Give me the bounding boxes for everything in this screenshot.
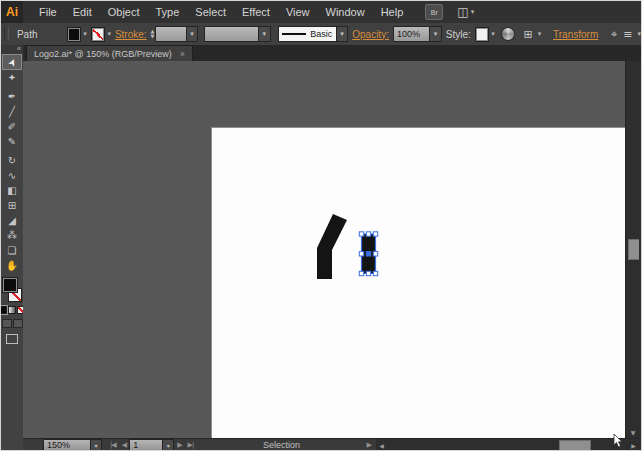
- fill-dropdown-icon[interactable]: ▾: [83, 30, 87, 38]
- menu-window[interactable]: Window: [318, 1, 373, 23]
- chevron-down-icon: ▾: [167, 442, 170, 449]
- isolate-object-icon[interactable]: ⌖: [611, 28, 617, 41]
- pen-icon: ✒: [8, 91, 16, 102]
- color-button[interactable]: [0, 306, 7, 314]
- symbol-sprayer-tool[interactable]: ⁂: [2, 228, 22, 243]
- eyedropper-tool[interactable]: ◢: [2, 213, 22, 228]
- status-bar: 150% ▾ |◀ ◀ 1 ▾ ▶ ▶| Selection ▶: [23, 438, 376, 451]
- width-tool[interactable]: ∿: [2, 168, 22, 183]
- chevron-down-icon: ▾: [262, 30, 266, 38]
- horizontal-scrollbar[interactable]: ◀ ▶: [376, 438, 639, 451]
- control-bar: Path ▾ ▾ Stroke: ▲ ▼ ▾ ▾ Basic ▾ Opacity…: [1, 23, 641, 46]
- zoom-level-field[interactable]: 150%: [43, 439, 91, 451]
- menu-file[interactable]: File: [31, 1, 65, 23]
- current-tool-status: Selection: [196, 440, 366, 450]
- artboard[interactable]: [211, 127, 625, 438]
- pencil-tool[interactable]: ✎: [2, 134, 22, 149]
- style-dropdown-icon[interactable]: ▾: [491, 30, 495, 38]
- rotate-icon: ↻: [8, 155, 16, 166]
- scroll-right-icon[interactable]: ▶: [628, 442, 639, 449]
- recolor-artwork-icon[interactable]: [501, 27, 515, 41]
- rotate-tool[interactable]: ↻: [2, 153, 22, 168]
- stroke-dropdown-icon[interactable]: ▾: [107, 30, 111, 38]
- brush-definition-field[interactable]: Basic: [278, 26, 336, 42]
- workspace-icon: ◫: [457, 5, 468, 19]
- arrange-icon[interactable]: ≡: [623, 28, 632, 41]
- opacity-panel-link[interactable]: Opacity:: [352, 29, 389, 40]
- shape-builder-tool[interactable]: ◧: [2, 183, 22, 198]
- bridge-icon[interactable]: Br: [425, 4, 443, 20]
- opacity-field[interactable]: 100%: [393, 26, 430, 42]
- menu-select[interactable]: Select: [187, 1, 234, 23]
- fill-black-swatch[interactable]: [3, 278, 17, 292]
- style-swatch[interactable]: [475, 27, 490, 42]
- canvas-area[interactable]: [23, 61, 625, 438]
- select-similar-icon[interactable]: ⊞: [524, 28, 533, 41]
- magic-wand-tool[interactable]: ✦: [2, 70, 22, 85]
- perspective-grid-tool[interactable]: ⊞: [2, 198, 22, 213]
- selection-tool[interactable]: ➤: [2, 54, 22, 70]
- width-profile-field[interactable]: [204, 26, 259, 42]
- scroll-left-icon[interactable]: ◀: [376, 442, 387, 449]
- hand-icon: ✋: [6, 260, 18, 271]
- selection-arrow-icon: ➤: [5, 56, 19, 68]
- next-artboard-button[interactable]: ▶: [177, 441, 181, 449]
- screen-mode-button[interactable]: [6, 334, 18, 344]
- stroke-color-swatch[interactable]: [91, 27, 106, 42]
- horizontal-scrollbar-thumb[interactable]: [559, 440, 591, 451]
- select-similar-dropdown[interactable]: ▾: [538, 30, 542, 38]
- zoom-dropdown[interactable]: ▾: [91, 439, 102, 451]
- document-title: Logo2.ai* @ 150% (RGB/Preview): [34, 49, 172, 59]
- line-segment-tool[interactable]: ╱: [2, 104, 22, 119]
- brush-definition-dropdown[interactable]: ▾: [337, 26, 349, 42]
- color-mode-buttons: [0, 306, 25, 314]
- menu-edit[interactable]: Edit: [65, 1, 100, 23]
- artboard-tool[interactable]: ❏: [2, 243, 22, 258]
- document-tab-bar: Logo2.ai* @ 150% (RGB/Preview) ×: [23, 45, 642, 61]
- previous-artboard-button[interactable]: ◀: [122, 441, 126, 449]
- fill-color-swatch[interactable]: [67, 27, 82, 42]
- stroke-panel-link[interactable]: Stroke:: [115, 29, 147, 40]
- menu-view[interactable]: View: [278, 1, 318, 23]
- collapse-panel-icon[interactable]: «: [1, 45, 23, 54]
- stroke-weight-dropdown[interactable]: ▾: [187, 26, 199, 42]
- close-icon[interactable]: ×: [180, 49, 185, 59]
- mouse-cursor: [613, 434, 624, 448]
- paintbrush-tool[interactable]: ✐: [2, 119, 22, 134]
- menu-help[interactable]: Help: [373, 1, 412, 23]
- arrange-dropdown[interactable]: ▾: [637, 30, 641, 38]
- menu-effect[interactable]: Effect: [234, 1, 278, 23]
- pen-tool[interactable]: ✒: [2, 89, 22, 104]
- stepper-down-icon[interactable]: ▼: [151, 34, 155, 39]
- transform-panel-link[interactable]: Transform: [553, 29, 598, 40]
- draw-mode-buttons: [2, 319, 23, 328]
- stroke-weight-stepper[interactable]: ▲ ▼: [151, 29, 155, 39]
- draw-normal-button[interactable]: [2, 319, 12, 328]
- last-artboard-button[interactable]: ▶|: [188, 441, 194, 449]
- menu-type[interactable]: Type: [148, 1, 188, 23]
- panel-grip: [4, 27, 9, 41]
- workspace-switcher[interactable]: ◫ ▾: [457, 5, 474, 19]
- fill-stroke-indicator[interactable]: [2, 278, 22, 302]
- vertical-scrollbar[interactable]: ▼: [625, 61, 640, 438]
- ai-logo: Ai: [1, 1, 23, 23]
- scroll-down-icon[interactable]: ▼: [626, 427, 640, 438]
- hand-tool[interactable]: ✋: [2, 258, 22, 273]
- status-flyout-icon[interactable]: ▶: [367, 441, 372, 449]
- opacity-dropdown[interactable]: ▾: [430, 26, 442, 42]
- magic-wand-icon: ✦: [8, 72, 16, 83]
- document-tab[interactable]: Logo2.ai* @ 150% (RGB/Preview) ×: [26, 45, 193, 61]
- menu-object[interactable]: Object: [100, 1, 148, 23]
- stroke-weight-field[interactable]: [155, 26, 186, 42]
- horizontal-scrollbar-track[interactable]: [387, 439, 628, 451]
- chevron-down-icon: ▾: [471, 8, 475, 16]
- width-profile-dropdown[interactable]: ▾: [259, 26, 271, 42]
- artboard-dropdown[interactable]: ▾: [163, 439, 174, 451]
- gradient-button[interactable]: [8, 306, 16, 314]
- brush-stroke-preview: [282, 33, 306, 35]
- first-artboard-button[interactable]: |◀: [110, 441, 116, 449]
- shape-builder-icon: ◧: [7, 185, 16, 196]
- artboard-number-field[interactable]: 1: [129, 439, 163, 451]
- draw-behind-button[interactable]: [13, 319, 23, 328]
- artboard-icon: ❏: [8, 245, 17, 256]
